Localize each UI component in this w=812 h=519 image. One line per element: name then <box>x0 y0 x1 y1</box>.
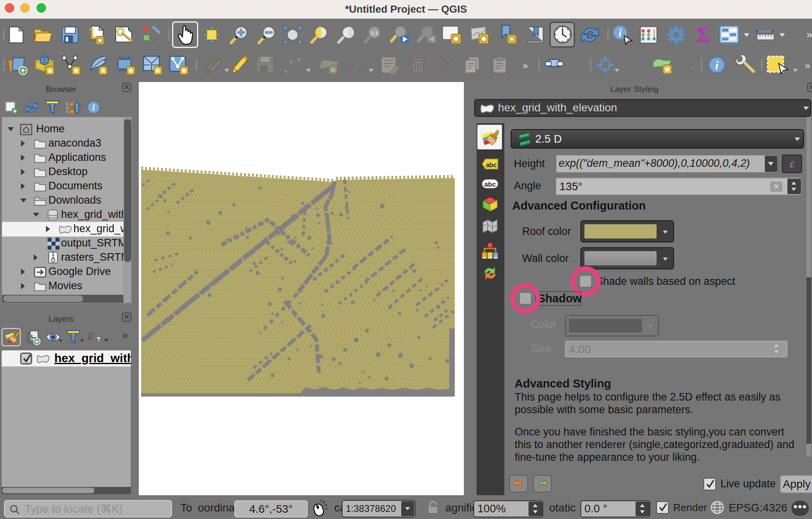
svg-text:i: i <box>715 59 719 72</box>
svg-text:i: i <box>619 27 622 39</box>
svg-text:Σ: Σ <box>697 25 710 44</box>
svg-text:abc: abc <box>486 162 497 168</box>
svg-text:abc: abc <box>484 181 496 188</box>
svg-text:1:1: 1:1 <box>371 30 378 36</box>
svg-text:a: a <box>152 32 157 44</box>
svg-text:i: i <box>92 103 95 113</box>
